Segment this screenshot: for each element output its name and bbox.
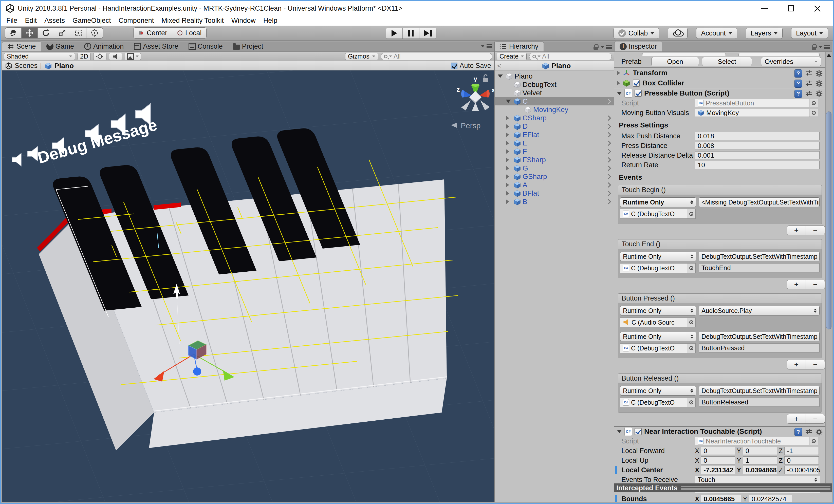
event-string-argument-input[interactable]: ButtonReleased xyxy=(699,398,819,407)
tree-item-movingkey[interactable]: MovingKey xyxy=(495,105,614,114)
panel-menu-icon[interactable] xyxy=(487,44,492,48)
chevron-right-icon[interactable] xyxy=(608,191,611,196)
tree-item-debugtext[interactable]: DebugText xyxy=(495,80,614,89)
menu-help[interactable]: Help xyxy=(260,16,281,26)
event-add-button[interactable]: + xyxy=(787,360,806,369)
step-button[interactable] xyxy=(419,28,436,39)
gear-icon[interactable] xyxy=(815,428,823,436)
move-tool-button[interactable] xyxy=(22,28,38,38)
tree-item-csharp[interactable]: CSharp xyxy=(495,114,614,122)
chevron-right-icon[interactable] xyxy=(608,166,611,171)
expand-icon[interactable] xyxy=(498,74,503,78)
scrollbar-thumb[interactable] xyxy=(826,111,832,329)
menu-edit[interactable]: Edit xyxy=(21,16,41,26)
scroll-up-icon[interactable] xyxy=(827,54,831,57)
gear-icon[interactable] xyxy=(815,90,823,97)
object-picker-button[interactable] xyxy=(809,109,818,117)
prefab-overrides-dropdown[interactable]: Overrides xyxy=(761,57,821,66)
expand-icon[interactable] xyxy=(506,182,509,188)
expand-icon[interactable] xyxy=(617,70,620,75)
tree-item-c[interactable]: C xyxy=(495,97,614,105)
axis-x-label[interactable]: x xyxy=(491,86,494,94)
lock-icon[interactable] xyxy=(593,44,598,50)
return-rate-input[interactable]: 10 xyxy=(695,161,819,169)
tree-item-d[interactable]: D xyxy=(495,122,614,131)
local-center-z-input[interactable]: -0.0004805 xyxy=(784,466,819,474)
events-to-receive-dropdown[interactable]: Touch xyxy=(695,476,820,484)
enabled-checkbox[interactable] xyxy=(635,90,642,97)
effects-toggle-button[interactable] xyxy=(125,53,141,60)
pause-button[interactable] xyxy=(403,28,419,39)
event-method-dropdown[interactable]: <Missing DebugTextOutput.SetTextWithTime… xyxy=(699,197,819,207)
gizmos-dropdown[interactable]: Gizmos xyxy=(345,53,378,60)
preset-icon[interactable] xyxy=(805,80,812,87)
expand-icon[interactable] xyxy=(617,92,622,95)
event-string-argument-input[interactable]: TouchEnd xyxy=(699,263,819,272)
gear-icon[interactable] xyxy=(815,70,823,77)
expand-icon[interactable] xyxy=(506,199,509,204)
expand-icon[interactable] xyxy=(617,81,620,86)
event-add-button[interactable]: + xyxy=(787,280,806,289)
persp-label[interactable]: Persp xyxy=(461,122,481,130)
event-target-field[interactable]: C (Audio Sourc xyxy=(620,317,687,327)
expand-icon[interactable] xyxy=(506,191,509,196)
breadcrumb-scenes[interactable]: Scenes xyxy=(15,62,38,70)
gizmo-lock-icon[interactable] xyxy=(483,75,488,82)
tab-animation[interactable]: Animation xyxy=(79,41,129,51)
object-picker-button[interactable] xyxy=(687,263,696,273)
chevron-right-icon[interactable] xyxy=(608,115,611,121)
tree-item-eflat[interactable]: EFlat xyxy=(495,131,614,139)
chevron-right-icon[interactable] xyxy=(608,182,611,188)
expand-icon[interactable] xyxy=(506,140,509,146)
expand-icon[interactable] xyxy=(506,124,509,129)
panel-caret-icon[interactable] xyxy=(481,45,485,47)
minimize-button[interactable] xyxy=(751,1,778,16)
inspector-scrollbar[interactable] xyxy=(826,52,832,483)
shading-mode-dropdown[interactable]: Shaded xyxy=(4,53,75,60)
lock-icon[interactable] xyxy=(812,44,817,50)
tab-scene[interactable]: Scene xyxy=(2,41,41,51)
transform-header[interactable]: Transform ? xyxy=(614,68,826,78)
event-remove-button[interactable]: − xyxy=(806,280,825,289)
prefab-back-button[interactable]: < xyxy=(497,62,501,70)
expand-icon[interactable] xyxy=(506,149,509,154)
create-dropdown[interactable]: Create xyxy=(497,53,527,60)
expand-icon[interactable] xyxy=(506,100,511,103)
tree-item-bflat[interactable]: BFlat xyxy=(495,189,614,197)
tab-game[interactable]: Game xyxy=(41,41,79,51)
help-icon[interactable]: ? xyxy=(794,69,802,78)
tree-item-velvet[interactable]: Velvet xyxy=(495,89,614,97)
event-target-field[interactable]: C#C (DebugTextO xyxy=(620,343,687,353)
chevron-right-icon[interactable] xyxy=(608,98,611,104)
event-method-dropdown[interactable]: DebugTextOutput.SetTextWithTimestamp xyxy=(699,332,819,341)
panel-menu-icon[interactable] xyxy=(606,45,612,49)
tree-item-b[interactable]: B xyxy=(495,197,614,206)
2d-toggle-button[interactable]: 2D xyxy=(78,53,91,60)
local-forward-y-input[interactable]: 0 xyxy=(743,447,777,455)
bounds-y-input[interactable]: 0.02482574 xyxy=(749,495,792,502)
local-up-y-input[interactable]: 1 xyxy=(743,456,777,464)
rect-tool-button[interactable] xyxy=(70,28,86,38)
tree-item-f[interactable]: F xyxy=(495,147,614,156)
prefab-select-button[interactable]: Select xyxy=(702,57,752,66)
chevron-right-icon[interactable] xyxy=(608,132,611,137)
axis-y-label[interactable]: y xyxy=(474,75,478,83)
axis-z-label[interactable]: z xyxy=(457,86,460,93)
local-center-x-input[interactable]: -7.231342 xyxy=(701,466,735,474)
hierarchy-search-input[interactable]: All xyxy=(529,53,612,60)
expand-icon[interactable] xyxy=(506,115,509,120)
local-up-x-input[interactable]: 0 xyxy=(701,456,735,464)
event-mode-dropdown[interactable]: Runtime Only xyxy=(620,251,696,261)
object-picker-button[interactable] xyxy=(687,209,696,219)
script-object-field[interactable]: C# PressableButton xyxy=(695,99,809,107)
help-icon[interactable]: ? xyxy=(794,90,802,98)
moving-button-visuals-field[interactable]: MovingKey xyxy=(695,109,809,117)
local-up-z-input[interactable]: 0 xyxy=(784,456,819,464)
local-forward-x-input[interactable]: 0 xyxy=(701,447,735,455)
tree-item-fsharp[interactable]: FSharp xyxy=(495,156,614,164)
pressable-button-header[interactable]: C# Pressable Button (Script) ? xyxy=(614,88,826,98)
event-target-field[interactable]: C#C (DebugTextO xyxy=(620,209,687,219)
lighting-toggle-button[interactable] xyxy=(93,53,106,60)
bounds-x-input[interactable]: 0.0045665 xyxy=(701,495,741,502)
chevron-right-icon[interactable] xyxy=(608,157,611,163)
